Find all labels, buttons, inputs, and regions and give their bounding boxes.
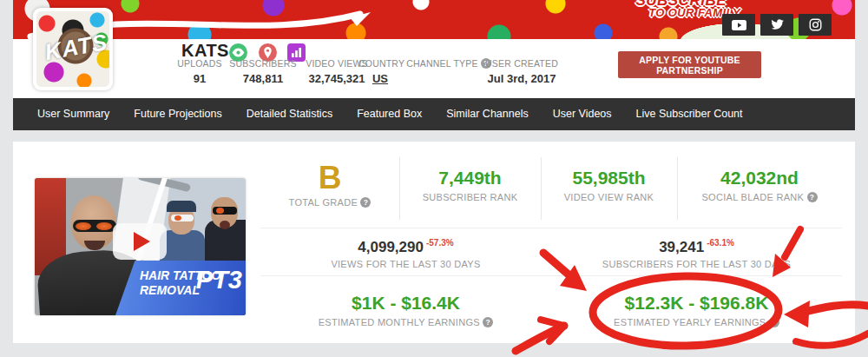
thumbnail-lens [216, 208, 224, 214]
total-grade-label-text: TOTAL GRADE [289, 197, 358, 208]
subs-30-days-change: -63.1% [707, 238, 734, 248]
monthly-earnings-help-icon[interactable]: ? [483, 317, 493, 327]
yearly-earnings-label-text: ESTIMATED YEARLY EARNINGS [614, 317, 766, 327]
monthly-earnings-cell: $1K - $16.4K ESTIMATED MONTHLY EARNINGS … [260, 276, 551, 343]
featured-video-thumbnail[interactable]: HAIR TATTOO REMOVAL PT3 [35, 178, 246, 315]
avatar-script-text: KATS [38, 28, 109, 67]
views-30-days-cell: 4,099,290-57.3% VIEWS FOR THE LAST 30 DA… [260, 228, 551, 275]
summary-stats-grid: B TOTAL GRADE ? 7,449th SUBSCRIBER RANK … [260, 142, 842, 343]
video-view-rank-label: VIDEO VIEW RANK [564, 192, 654, 202]
avatar: KATS [33, 8, 113, 90]
header-stat-channel-type: CHANNEL TYPE ? [404, 58, 494, 69]
total-grade-label: TOTAL GRADE ? [289, 197, 372, 208]
social-blade-rank-label: SOCIAL BLADE RANK ? [701, 192, 817, 202]
country-value-link[interactable]: US [358, 72, 402, 85]
section-navbar: User Summary Future Projections Detailed… [13, 98, 855, 130]
summary-panel: HAIR TATTOO REMOVAL PT3 B TOTAL GRADE ? … [13, 142, 855, 343]
yearly-earnings-label: ESTIMATED YEARLY EARNINGS ? [614, 317, 779, 327]
monthly-earnings-label-text: ESTIMATED MONTHLY EARNINGS [319, 317, 480, 327]
social-blade-rank-label-text: SOCIAL BLADE RANK [701, 192, 804, 202]
tab-user-summary[interactable]: User Summary [25, 98, 122, 130]
views-30-days-number: 4,099,290 [358, 239, 424, 255]
monthly-earnings-value: $1K - $16.4K [352, 292, 460, 314]
twitter-icon [771, 19, 784, 30]
video-play-button[interactable] [113, 223, 167, 260]
apply-partnership-button[interactable]: APPLY FOR YOUTUBE PARTNERSHIP [618, 51, 761, 78]
play-icon [134, 232, 150, 251]
user-created-label: USER CREATED [484, 58, 559, 69]
views-30-days-change: -57.3% [426, 238, 454, 248]
thumbnail-lens [76, 222, 91, 230]
country-label: COUNTRY [358, 58, 402, 69]
views-30-days-value: 4,099,290-57.3% [358, 235, 453, 256]
channel-type-label: CHANNEL TYPE ? [404, 58, 494, 69]
youtube-link-button[interactable] [722, 14, 755, 36]
channel-type-label-text: CHANNEL TYPE [406, 58, 477, 69]
yearly-earnings-cell: $12.3K - $196.8K ESTIMATED YEARLY EARNIN… [551, 276, 842, 343]
pin-badge-icon [263, 47, 273, 58]
tab-future-projections[interactable]: Future Projections [122, 98, 233, 130]
yearly-earnings-value: $12.3K - $196.8K [625, 292, 769, 314]
subscriber-rank-value: 7,449th [438, 167, 501, 189]
thumbnail-lens [96, 222, 112, 230]
social-blade-rank-cell: 42,032nd SOCIAL BLADE RANK ? [677, 142, 842, 228]
header-stat-country: COUNTRY US [358, 58, 402, 85]
subscriber-rank-cell: 7,449th SUBSCRIBER RANK [399, 142, 541, 228]
instagram-link-button[interactable] [799, 14, 832, 36]
thumbnail-mouth [220, 221, 230, 229]
header-stat-user-created: USER CREATED Jul 3rd, 2017 [484, 58, 559, 85]
video-view-rank-value: 55,985th [572, 167, 645, 189]
thumbnail-lens [174, 215, 181, 221]
subs-30-days-cell: 39,241-63.1% SUBSCRIBERS FOR THE LAST 30… [551, 228, 842, 275]
social-blade-rank-help-icon[interactable]: ? [807, 192, 818, 202]
chart-badge-icon [291, 48, 302, 57]
tab-featured-box[interactable]: Featured Box [345, 98, 434, 130]
instagram-icon [809, 18, 822, 31]
tab-detailed-statistics[interactable]: Detailed Statistics [234, 98, 345, 130]
header-stat-subscribers: SUBSCRIBERS 748,811 [227, 58, 299, 85]
twitter-link-button[interactable] [760, 14, 793, 36]
tab-similar-channels[interactable]: Similar Channels [434, 98, 540, 130]
thumbnail-title-line2: REMOVAL [140, 283, 200, 297]
yearly-earnings-help-icon[interactable]: ? [769, 317, 779, 327]
monthly-earnings-label: ESTIMATED MONTHLY EARNINGS ? [319, 317, 494, 327]
uploads-label: UPLOADS [172, 58, 227, 69]
total-grade-value: B [319, 162, 342, 195]
thumbnail-part-number: PT3 [196, 266, 242, 294]
subscriber-rank-label: SUBSCRIBER RANK [423, 192, 518, 202]
avatar-image: KATS [36, 11, 109, 87]
video-view-rank-cell: 55,985th VIDEO VIEW RANK [541, 142, 677, 228]
youtube-icon [732, 20, 746, 30]
total-grade-help-icon[interactable]: ? [360, 197, 371, 208]
social-blade-rank-value: 42,032nd [720, 167, 799, 189]
total-grade-cell: B TOTAL GRADE ? [260, 142, 399, 228]
subscribers-value: 748,811 [227, 72, 299, 85]
tab-user-videos[interactable]: User Videos [541, 98, 624, 130]
subscribers-label: SUBSCRIBERS [227, 58, 299, 69]
views-30-days-label: VIEWS FOR THE LAST 30 DAYS [331, 259, 480, 269]
header-stat-uploads: UPLOADS 91 [172, 58, 227, 85]
subs-30-days-value: 39,241-63.1% [659, 235, 734, 256]
eye-badge-icon [232, 48, 245, 57]
subs-30-days-number: 39,241 [659, 239, 704, 255]
channel-header: KATS UPLOADS 91 SUBSCRIBERS 748,811 VIDE… [13, 39, 855, 98]
tab-live-subscriber-count[interactable]: Live Subscriber Count [624, 98, 755, 130]
user-created-value: Jul 3rd, 2017 [484, 72, 559, 85]
thumbnail-cap [167, 201, 196, 212]
thumbnail-title-box: HAIR TATTOO REMOVAL PT3 [115, 261, 246, 315]
subs-30-days-label: SUBSCRIBERS FOR THE LAST 30 DAYS [602, 259, 791, 269]
uploads-value: 91 [172, 72, 227, 85]
